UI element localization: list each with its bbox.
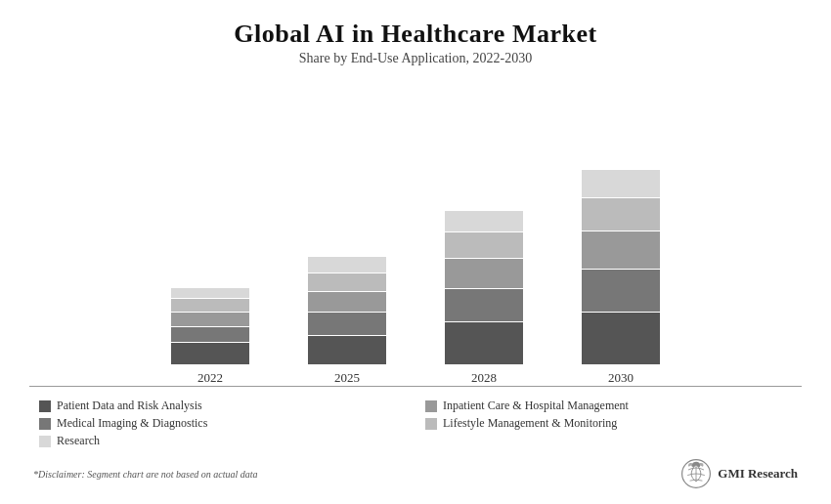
brand-area: GMI Research bbox=[680, 458, 798, 489]
page-container: Global AI in Healthcare Market Share by … bbox=[0, 0, 831, 504]
bar-segment bbox=[171, 326, 249, 343]
legend-item: Patient Data and Risk Analysis bbox=[39, 399, 406, 413]
bar-year-label: 2025 bbox=[334, 370, 360, 386]
bar-group: 2028 bbox=[445, 210, 523, 386]
bar-segment bbox=[308, 291, 386, 312]
bar-segment bbox=[308, 335, 386, 364]
bar-group: 2030 bbox=[582, 169, 660, 386]
legend-swatch bbox=[425, 418, 437, 430]
stacked-bar bbox=[582, 169, 660, 364]
bar-segment bbox=[171, 298, 249, 312]
legend-item: Inpatient Care & Hospital Management bbox=[425, 399, 792, 413]
bar-segment bbox=[308, 312, 386, 335]
legend-swatch bbox=[425, 400, 437, 412]
legend-swatch bbox=[39, 436, 51, 447]
legend-label: Patient Data and Risk Analysis bbox=[57, 399, 202, 413]
stacked-bar bbox=[308, 256, 386, 364]
bar-segment bbox=[308, 256, 386, 273]
chart-area: 2022202520282030 bbox=[29, 80, 802, 387]
bar-segment bbox=[582, 169, 660, 197]
bar-segment bbox=[582, 269, 660, 312]
bar-year-label: 2030 bbox=[608, 370, 634, 386]
footer: *Disclaimer: Segment chart are not based… bbox=[29, 458, 802, 489]
bar-segment bbox=[445, 231, 523, 258]
bar-segment bbox=[171, 342, 249, 364]
legend-area: Patient Data and Risk AnalysisInpatient … bbox=[29, 399, 802, 448]
legend-label: Inpatient Care & Hospital Management bbox=[443, 399, 629, 413]
legend-item: Lifestyle Management & Monitoring bbox=[425, 416, 792, 431]
legend-label: Medical Imaging & Diagnostics bbox=[57, 416, 207, 431]
bar-year-label: 2028 bbox=[471, 370, 497, 386]
bar-segment bbox=[582, 312, 660, 364]
bar-segment bbox=[582, 197, 660, 231]
bar-group: 2025 bbox=[308, 256, 386, 386]
brand-name: GMI Research bbox=[718, 466, 798, 482]
bars-container: 2022202520282030 bbox=[29, 80, 802, 387]
stacked-bar bbox=[171, 287, 249, 364]
legend-label: Lifestyle Management & Monitoring bbox=[443, 416, 617, 431]
title-area: Global AI in Healthcare Market Share by … bbox=[29, 20, 802, 66]
bar-segment bbox=[582, 231, 660, 269]
disclaimer-text: *Disclaimer: Segment chart are not based… bbox=[33, 469, 258, 480]
bar-segment bbox=[308, 273, 386, 291]
main-title: Global AI in Healthcare Market bbox=[29, 20, 802, 49]
brand-logo-icon bbox=[680, 458, 712, 489]
legend-grid: Patient Data and Risk AnalysisInpatient … bbox=[39, 399, 792, 448]
legend-swatch bbox=[39, 400, 51, 412]
legend-label: Research bbox=[57, 434, 100, 448]
legend-item: Research bbox=[39, 434, 406, 448]
bar-segment bbox=[171, 312, 249, 326]
bar-segment bbox=[445, 258, 523, 287]
bar-segment bbox=[171, 287, 249, 298]
bar-segment bbox=[445, 210, 523, 232]
bar-segment bbox=[445, 321, 523, 364]
bar-segment bbox=[445, 288, 523, 322]
subtitle: Share by End-Use Application, 2022-2030 bbox=[29, 51, 802, 66]
bar-group: 2022 bbox=[171, 287, 249, 386]
legend-swatch bbox=[39, 418, 51, 430]
legend-item: Medical Imaging & Diagnostics bbox=[39, 416, 406, 431]
bar-year-label: 2022 bbox=[197, 370, 223, 386]
stacked-bar bbox=[445, 210, 523, 364]
